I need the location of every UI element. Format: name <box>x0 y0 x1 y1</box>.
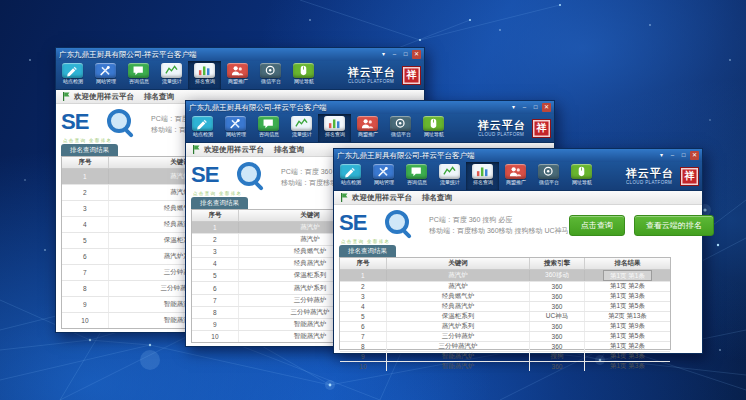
engine-cell: 360 <box>530 362 585 371</box>
skin-button[interactable]: ▾ <box>379 50 388 59</box>
close-button[interactable]: ✕ <box>542 103 551 112</box>
toolbar-items: 站点检测网站管理咨询信息流量统计排名查询商盟推广微信平台网址导航 <box>56 61 320 89</box>
view-cloud-rank-button[interactable]: 查看云端的排名 <box>634 215 714 236</box>
toolbar-item-mouse[interactable]: 网址导航 <box>287 61 320 89</box>
magnifier-handle-icon <box>402 229 412 239</box>
toolbar-item-rank-query[interactable]: 排名查询 <box>188 61 221 89</box>
table-row[interactable]: 8三分钟蒸汽炉360第1页 第2条 <box>340 342 670 352</box>
toolbar-item-site-manage[interactable]: 网站管理 <box>219 114 252 142</box>
tab-rank-results[interactable]: 排名查询结果 <box>191 197 248 209</box>
toolbar-item-message[interactable]: 咨询信息 <box>400 162 433 190</box>
table-row[interactable]: 10智能蒸汽炉360第1页 第3条 <box>340 362 670 371</box>
app-window-front[interactable]: 广东九鼎王厨具有限公司-祥云平台客户端 ▾ – □ ✕ 站点检测网站管理咨询信息… <box>333 148 703 354</box>
main-toolbar: 站点检测网站管理咨询信息流量统计排名查询商盟推广微信平台网址导航 祥云平台 CL… <box>334 162 702 191</box>
table-row[interactable]: 2蒸汽炉360第1页 第2条 <box>340 282 670 292</box>
action-buttons: 点击查询 查看云端的排名 <box>569 215 720 236</box>
toolbar-item-label: 排名查询 <box>324 132 344 137</box>
row-number: 7 <box>192 295 239 306</box>
toolbar-item-label: 网站管理 <box>225 132 245 137</box>
rank-cell: 第1页 第3条 <box>585 292 670 301</box>
brand-text: 祥云平台 CLOUD PLATFORM <box>478 120 529 137</box>
table-row[interactable]: 9智能蒸汽炉搜狗第1页 第3条 <box>340 352 670 362</box>
seo-logo-text: SE <box>61 109 88 134</box>
table-body: 1蒸汽炉360移动第1页 第1条2蒸汽炉360第1页 第2条3经典燃气炉360第… <box>340 270 670 349</box>
skin-button[interactable]: ▾ <box>509 103 518 112</box>
skin-button[interactable]: ▾ <box>657 151 666 160</box>
brand-text: 祥云平台 CLOUD PLATFORM <box>626 168 677 185</box>
rank-cell: 第1页 第3条 <box>585 352 670 361</box>
tab-rank-results[interactable]: 排名查询结果 <box>61 144 118 156</box>
toolbar-item-mouse[interactable]: 网址导航 <box>565 162 598 190</box>
toolbar-item-site-check[interactable]: 站点检测 <box>186 114 219 142</box>
column-header: 序号 <box>62 157 109 168</box>
pc-engines-line: PC端：百度 360 搜狗 必应 <box>429 214 569 225</box>
welcome-text: 欢迎使用祥云平台 <box>352 193 412 203</box>
window-titlebar: 广东九鼎王厨具有限公司-祥云平台客户端 ▾ – □ ✕ <box>186 101 554 114</box>
table-row[interactable]: 7三分钟蒸炉360第1页 第5条 <box>340 332 670 342</box>
table-row[interactable]: 6蒸汽炉系列360第1页 第9条 <box>340 322 670 332</box>
window-titlebar: 广东九鼎王厨具有限公司-祥云平台客户端 ▾ – □ ✕ <box>334 149 702 162</box>
message-icon <box>406 164 427 179</box>
section-title: 排名查询 <box>144 92 174 102</box>
maximize-button[interactable]: □ <box>679 151 688 160</box>
rank-results-table: 序号关键词搜索引擎排名结果 1蒸汽炉360移动第1页 第1条2蒸汽炉360第1页… <box>339 257 671 350</box>
toolbar-item-rank-query[interactable]: 排名查询 <box>466 162 499 190</box>
toolbar-item-label: 网站管理 <box>373 180 393 185</box>
toolbar-item-traffic-chart[interactable]: 流量统计 <box>285 114 318 142</box>
brand-name: 祥云平台 <box>348 67 399 78</box>
toolbar-item-traffic-chart[interactable]: 流量统计 <box>433 162 466 190</box>
table-row[interactable]: 5保温柜系列UC神马第2页 第13条 <box>340 312 670 322</box>
table-row[interactable]: 1蒸汽炉360移动第1页 第1条 <box>340 270 670 282</box>
row-number: 9 <box>340 352 387 361</box>
maximize-button[interactable]: □ <box>401 50 410 59</box>
notice-bar: 欢迎使用祥云平台 排名查询 <box>334 191 702 205</box>
close-button[interactable]: ✕ <box>412 50 421 59</box>
toolbar-item-label: 流量统计 <box>439 180 459 185</box>
toolbar-item-message[interactable]: 咨询信息 <box>252 114 285 142</box>
seo-logo-text: SE <box>339 210 366 235</box>
keyword-cell: 经典蒸汽炉 <box>387 302 530 311</box>
toolbar-item-wechat[interactable]: 微信平台 <box>384 114 417 142</box>
toolbar-item-promotion[interactable]: 商盟推广 <box>221 61 254 89</box>
main-toolbar: 站点检测网站管理咨询信息流量统计排名查询商盟推广微信平台网址导航 祥云平台 CL… <box>56 61 424 90</box>
window-controls: ▾ – □ ✕ <box>379 50 421 59</box>
message-icon <box>128 63 149 78</box>
query-button[interactable]: 点击查询 <box>569 215 625 236</box>
table-row[interactable]: 4经典蒸汽炉360第1页 第5条 <box>340 302 670 312</box>
minimize-button[interactable]: – <box>668 151 677 160</box>
table-header-row: 序号关键词搜索引擎排名结果 <box>340 258 670 270</box>
row-number: 2 <box>192 234 239 245</box>
toolbar-item-promotion[interactable]: 商盟推广 <box>499 162 532 190</box>
close-button[interactable]: ✕ <box>690 151 699 160</box>
toolbar-item-site-manage[interactable]: 网站管理 <box>89 61 122 89</box>
toolbar-item-wechat[interactable]: 微信平台 <box>254 61 287 89</box>
toolbar-item-site-check[interactable]: 站点检测 <box>56 61 89 89</box>
maximize-button[interactable]: □ <box>531 103 540 112</box>
toolbar-items: 站点检测网站管理咨询信息流量统计排名查询商盟推广微信平台网址导航 <box>186 114 450 142</box>
toolbar-item-message[interactable]: 咨询信息 <box>122 61 155 89</box>
toolbar-item-wechat[interactable]: 微信平台 <box>532 162 565 190</box>
row-number: 5 <box>340 312 387 321</box>
window-controls: ▾ – □ ✕ <box>657 151 699 160</box>
toolbar-item-traffic-chart[interactable]: 流量统计 <box>155 61 188 89</box>
engine-support-info: PC端：百度 360 搜狗 必应 移动端：百度移动 360移动 搜狗移动 UC神… <box>429 214 569 236</box>
row-number: 10 <box>192 331 239 342</box>
table-row[interactable]: 3经典燃气炉360第1页 第3条 <box>340 292 670 302</box>
toolbar-item-label: 流量统计 <box>161 79 181 84</box>
tab-rank-results[interactable]: 排名查询结果 <box>339 245 396 257</box>
rank-query-icon <box>324 116 345 131</box>
toolbar-item-mouse[interactable]: 网址导航 <box>417 114 450 142</box>
toolbar-item-site-check[interactable]: 站点检测 <box>334 162 367 190</box>
keyword-cell: 蒸汽炉 <box>387 282 530 291</box>
engine-cell: UC神马 <box>530 312 585 321</box>
minimize-button[interactable]: – <box>520 103 529 112</box>
seo-logo: SE 点击查询 全面排名 <box>191 160 275 194</box>
mouse-icon <box>423 116 444 131</box>
minimize-button[interactable]: – <box>390 50 399 59</box>
column-header: 搜索引擎 <box>530 258 585 269</box>
toolbar-item-site-manage[interactable]: 网站管理 <box>367 162 400 190</box>
promotion-icon <box>227 63 248 78</box>
toolbar-item-promotion[interactable]: 商盟推广 <box>351 114 384 142</box>
toolbar-item-rank-query[interactable]: 排名查询 <box>318 114 351 142</box>
magnifier-handle-icon <box>254 181 264 191</box>
